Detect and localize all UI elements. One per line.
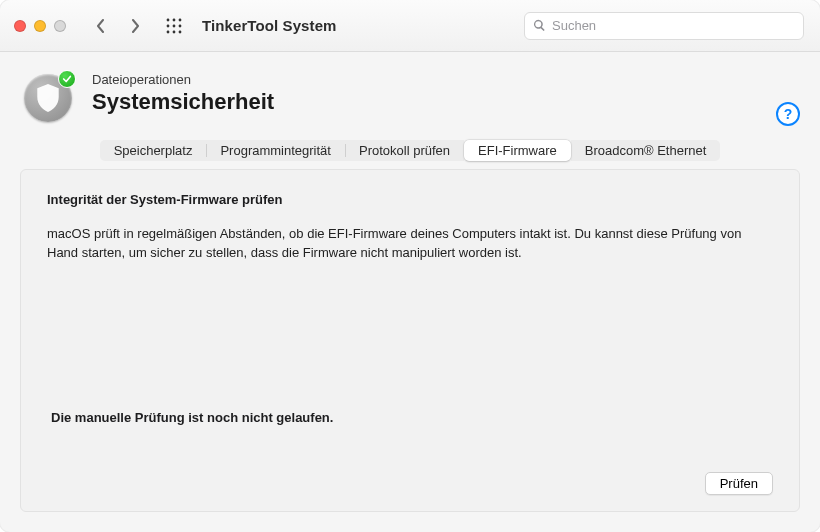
tab-efi-firmware[interactable]: EFI-Firmware bbox=[464, 140, 571, 161]
window: TinkerTool System Dateioperationen Syste… bbox=[0, 0, 820, 532]
chevron-left-icon bbox=[95, 19, 107, 33]
status-text: Die manuelle Prüfung ist noch nicht gela… bbox=[51, 410, 333, 425]
pane-icon bbox=[20, 70, 76, 126]
page-title: Systemsicherheit bbox=[92, 89, 800, 115]
tabs: Speicherplatz Programmintegrität Protoko… bbox=[0, 130, 820, 161]
back-button[interactable] bbox=[88, 14, 114, 38]
zoom-window-button[interactable] bbox=[54, 20, 66, 32]
search-field[interactable] bbox=[524, 12, 804, 40]
breadcrumb: Dateioperationen bbox=[92, 72, 800, 87]
close-window-button[interactable] bbox=[14, 20, 26, 32]
check-button[interactable]: Prüfen bbox=[705, 472, 773, 495]
svg-point-4 bbox=[173, 24, 176, 27]
tab-speicherplatz[interactable]: Speicherplatz bbox=[100, 140, 207, 161]
svg-point-1 bbox=[173, 18, 176, 21]
svg-point-0 bbox=[167, 18, 170, 21]
svg-point-6 bbox=[167, 30, 170, 33]
panel-actions: Prüfen bbox=[47, 472, 773, 495]
help-icon: ? bbox=[784, 106, 793, 122]
apps-grid-button[interactable] bbox=[162, 18, 186, 34]
grid-icon bbox=[166, 18, 182, 34]
window-controls bbox=[14, 20, 66, 32]
help-button[interactable]: ? bbox=[776, 102, 800, 126]
svg-point-7 bbox=[173, 30, 176, 33]
section-body: macOS prüft in regelmäßigen Abständen, o… bbox=[47, 225, 773, 263]
content-panel: Integrität der System-Firmware prüfen ma… bbox=[20, 169, 800, 512]
header: Dateioperationen Systemsicherheit ? bbox=[0, 52, 820, 130]
forward-button[interactable] bbox=[122, 14, 148, 38]
app-title: TinkerTool System bbox=[202, 17, 337, 34]
check-icon bbox=[62, 74, 72, 84]
svg-point-3 bbox=[167, 24, 170, 27]
header-text: Dateioperationen Systemsicherheit bbox=[92, 70, 800, 115]
tab-broadcom-ethernet[interactable]: Broadcom® Ethernet bbox=[571, 140, 721, 161]
minimize-window-button[interactable] bbox=[34, 20, 46, 32]
search-input[interactable] bbox=[552, 18, 795, 33]
tab-protokoll-pruefen[interactable]: Protokoll prüfen bbox=[345, 140, 464, 161]
tab-bar: Speicherplatz Programmintegrität Protoko… bbox=[100, 140, 721, 161]
section-title: Integrität der System-Firmware prüfen bbox=[47, 192, 773, 207]
svg-point-5 bbox=[179, 24, 182, 27]
chevron-right-icon bbox=[129, 19, 141, 33]
svg-point-2 bbox=[179, 18, 182, 21]
toolbar: TinkerTool System bbox=[0, 0, 820, 52]
search-icon bbox=[533, 19, 546, 32]
status-badge-ok bbox=[58, 70, 76, 88]
svg-point-8 bbox=[179, 30, 182, 33]
tab-programmintegritaet[interactable]: Programmintegrität bbox=[206, 140, 345, 161]
